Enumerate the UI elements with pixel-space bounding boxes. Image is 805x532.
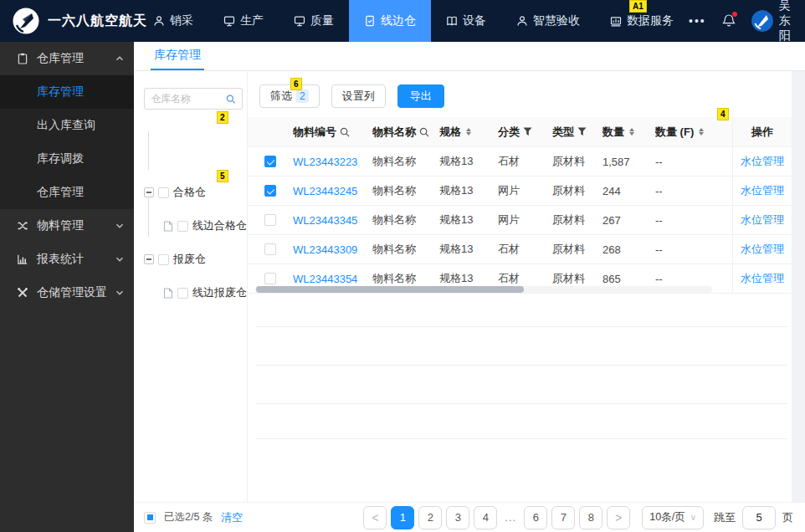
nav-item-equipment[interactable]: 设备 (431, 0, 501, 42)
tab-bar: 库存管理 (134, 42, 805, 71)
water-level-mgmt-link[interactable]: 水位管理 (741, 242, 784, 257)
material-code-link[interactable]: WL23443354 (293, 273, 357, 285)
nav-item-smart-acceptance[interactable]: 智慧验收 (501, 0, 595, 42)
monitor-icon (223, 15, 235, 27)
type: 原材料 (552, 212, 585, 228)
page-button-2[interactable]: 2 (418, 506, 442, 529)
prev-page-button[interactable]: < (363, 506, 387, 529)
file-icon (163, 288, 173, 299)
filter-icon[interactable] (523, 127, 532, 136)
row-checkbox[interactable] (264, 214, 276, 226)
collapse-icon[interactable] (144, 254, 154, 264)
nav-item-sales[interactable]: 销采 (138, 0, 208, 42)
page-button-4[interactable]: 4 (474, 506, 497, 529)
water-level-mgmt-link[interactable]: 水位管理 (741, 183, 784, 198)
row-checkbox[interactable] (264, 243, 276, 255)
jump-page-input[interactable] (742, 506, 776, 529)
search-icon[interactable] (419, 127, 429, 137)
select-all-checkbox[interactable] (144, 512, 156, 524)
sidebar-group-report-stats[interactable]: 报表统计 (0, 243, 134, 276)
header-quantity[interactable]: 数量 (602, 125, 655, 140)
tree-checkbox[interactable] (158, 254, 169, 265)
row-checkbox[interactable] (264, 156, 276, 167)
export-button[interactable]: 导出 (397, 84, 444, 108)
nav-item-quality[interactable]: 质量 (279, 0, 349, 42)
header-quantity-f[interactable]: 数量 (F) (655, 125, 732, 140)
sidebar-item-stock-transfer[interactable]: 库存调拨 (0, 142, 134, 176)
row-checkbox[interactable] (264, 185, 276, 197)
tab-inventory-mgmt[interactable]: 库存管理 (151, 42, 204, 70)
water-level-mgmt-link[interactable]: 水位管理 (741, 212, 784, 228)
material-code-link[interactable]: WL23443223 (293, 156, 357, 168)
header-category[interactable]: 分类 (498, 125, 552, 140)
nav-item-line-side-warehouse[interactable]: 线边仓 (349, 0, 431, 42)
search-icon[interactable] (340, 127, 350, 137)
doc-check-icon (364, 15, 376, 27)
shuffle-icon (17, 220, 28, 232)
clear-selection-link[interactable]: 清空 (221, 510, 243, 525)
column-settings-button[interactable]: 设置列 (331, 84, 386, 108)
nav-item-label: 智慧验收 (533, 13, 580, 28)
sort-icon[interactable] (466, 128, 471, 136)
filter-icon[interactable] (577, 127, 587, 136)
sidebar-group-storage-settings[interactable]: 仓储管理设置 (0, 276, 134, 309)
sidebar-item-inventory-mgmt[interactable]: 库存管理 (0, 75, 134, 109)
type: 原材料 (552, 271, 585, 286)
nav-item-production[interactable]: 生产 (208, 0, 279, 42)
table-row: WL23443309 物料名称 规格13 石材 原材料 268 -- 水位管理 (248, 235, 792, 264)
tree-node-qualified-warehouse[interactable]: 合格仓 (144, 183, 206, 202)
water-level-mgmt-link[interactable]: 水位管理 (741, 271, 784, 286)
nav-item-label: 销采 (170, 13, 193, 28)
tree-checkbox[interactable] (177, 221, 188, 232)
table-row: WL23443223 物料名称 规格13 石材 原材料 1,587 -- 水位管… (248, 147, 792, 176)
sort-icon[interactable] (699, 128, 704, 136)
search-icon[interactable] (226, 94, 236, 105)
row-checkbox[interactable] (264, 273, 276, 284)
tree-node-label: 合格仓 (173, 185, 206, 200)
tree-node-line-side-scrap[interactable]: 线边报废仓 (163, 284, 247, 302)
type: 原材料 (552, 183, 585, 198)
horizontal-scrollbar-thumb[interactable] (256, 286, 524, 293)
material-code-link[interactable]: WL23443309 (293, 243, 357, 256)
page-size-select[interactable]: 10条/页 ∨ (642, 506, 704, 529)
header-material-code[interactable]: 物料编号 (293, 125, 372, 140)
header-actions: 操作 (732, 117, 792, 146)
table-row: WL23443345 物料名称 规格13 网片 原材料 267 -- 水位管理 (248, 206, 792, 235)
main-nav: 销采 生产 质量 线边仓 设备 智慧验收 (138, 0, 689, 42)
export-button-label: 导出 (410, 89, 432, 104)
collapse-icon[interactable] (144, 187, 154, 197)
sidebar-group-material-mgmt[interactable]: 物料管理 (0, 209, 134, 243)
tree-node-line-side-qualified[interactable]: 线边合格仓 (163, 217, 247, 235)
header-material-name[interactable]: 物料名称 (372, 125, 439, 140)
material-code-link[interactable]: WL23443345 (293, 214, 357, 227)
empty-row-line (255, 365, 787, 366)
page-button-6[interactable]: 6 (524, 506, 547, 529)
page-button-3[interactable]: 3 (446, 506, 469, 529)
warehouse-search-input[interactable] (151, 93, 226, 105)
user-menu[interactable]: 吴东阳 (751, 0, 791, 43)
page-ellipsis[interactable]: ... (501, 511, 520, 524)
next-page-button[interactable]: > (607, 506, 630, 529)
quantity: 267 (602, 214, 621, 227)
top-navbar: 一六八航空航天 销采 生产 质量 线边仓 设备 (0, 0, 805, 42)
page-button-7[interactable]: 7 (551, 506, 575, 529)
filter-button[interactable]: 筛选 2 (259, 84, 320, 108)
notification-bell-icon[interactable] (721, 13, 736, 29)
sidebar-item-warehouse-mgmt[interactable]: 仓库管理 (0, 176, 134, 209)
material-code-link[interactable]: WL23443245 (293, 185, 357, 197)
more-menu-icon[interactable]: ••• (689, 14, 706, 28)
sidebar-group-warehouse-mgmt[interactable]: 仓库管理 (0, 42, 134, 75)
tree-node-scrap-warehouse[interactable]: 报废仓 (144, 250, 206, 269)
page-jump: 跳至 页 (714, 506, 793, 529)
header-type[interactable]: 类型 (552, 125, 602, 140)
horizontal-scrollbar-track[interactable] (255, 286, 712, 293)
page-button-1[interactable]: 1 (391, 506, 414, 529)
sidebar-item-inout-query[interactable]: 出入库查询 (0, 109, 134, 142)
footer-bar: 已选2/5 条 清空 < 1 2 3 4 ... 6 7 8 > 10条/页 ∨… (134, 502, 805, 532)
header-spec[interactable]: 规格 (439, 125, 498, 140)
water-level-mgmt-link[interactable]: 水位管理 (741, 154, 784, 169)
page-button-8[interactable]: 8 (579, 506, 602, 529)
tree-checkbox[interactable] (158, 187, 169, 198)
sort-icon[interactable] (629, 128, 634, 136)
tree-checkbox[interactable] (177, 288, 188, 299)
